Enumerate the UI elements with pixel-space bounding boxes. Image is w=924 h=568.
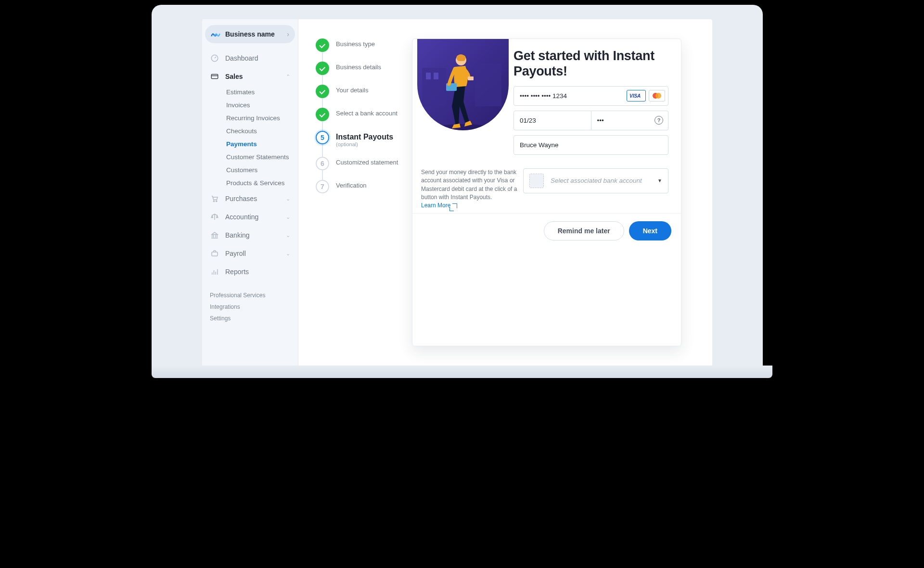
help-icon[interactable]: ? xyxy=(654,116,663,125)
sidebar-item-banking[interactable]: Banking ⌄ xyxy=(205,226,295,244)
svg-rect-4 xyxy=(212,252,218,256)
sidebar-item-products-services[interactable]: Products & Services xyxy=(226,177,295,189)
sidebar-item-estimates[interactable]: Estimates xyxy=(226,86,295,99)
onboarding-steps: Business type Business details Your deta… xyxy=(316,38,412,346)
bank-select-placeholder: Select associated bank account xyxy=(551,177,657,184)
chevron-up-icon: ⌃ xyxy=(286,74,290,80)
step-customized-statement[interactable]: 6Customized statement xyxy=(316,157,412,180)
sidebar: Business name › Dashboard Sales ⌃ Estima… xyxy=(202,19,298,366)
svg-rect-9 xyxy=(434,73,438,79)
business-switcher[interactable]: Business name › xyxy=(205,25,295,43)
sidebar-item-purchases[interactable]: Purchases ⌄ xyxy=(205,189,295,208)
bank-icon xyxy=(210,230,219,240)
illustration-person-walking xyxy=(417,39,509,130)
external-link-icon xyxy=(452,203,457,208)
card-number-value: •••• •••• •••• 1234 xyxy=(514,87,624,105)
step-your-details[interactable]: Your details xyxy=(316,85,412,108)
next-button[interactable]: Next xyxy=(629,221,671,240)
sidebar-item-invoices[interactable]: Invoices xyxy=(226,99,295,112)
sidebar-item-sales[interactable]: Sales ⌃ xyxy=(205,67,295,86)
card-description: Send your money directly to the bank acc… xyxy=(421,168,517,202)
cardholder-name-field[interactable]: Bruce Wayne xyxy=(513,135,668,155)
svg-rect-1 xyxy=(211,75,218,79)
main-content: Business type Business details Your deta… xyxy=(298,19,712,366)
cvc-value: ••• xyxy=(591,111,655,130)
wave-logo-icon xyxy=(211,29,220,39)
svg-point-2 xyxy=(213,201,214,202)
chevron-down-icon: ⌄ xyxy=(286,251,290,257)
step-verification[interactable]: 7Verification xyxy=(316,180,412,203)
cardholder-name-value: Bruce Wayne xyxy=(514,136,668,154)
sidebar-item-reports[interactable]: Reports xyxy=(205,263,295,281)
check-icon xyxy=(316,38,329,52)
chevron-down-icon: ⌄ xyxy=(286,232,290,239)
sales-submenu: Estimates Invoices Recurring Invoices Ch… xyxy=(205,86,295,189)
step-business-details[interactable]: Business details xyxy=(316,62,412,85)
sidebar-item-customer-statements[interactable]: Customer Statements xyxy=(226,151,295,164)
svg-point-3 xyxy=(216,201,217,202)
step-number-icon: 5 xyxy=(316,131,329,144)
briefcase-icon xyxy=(210,249,219,258)
remind-later-button[interactable]: Remind me later xyxy=(544,221,624,240)
sidebar-link-integrations[interactable]: Integrations xyxy=(210,301,290,313)
check-icon xyxy=(316,85,329,98)
mastercard-icon xyxy=(649,90,665,101)
bank-thumbnail-placeholder-icon xyxy=(529,174,544,188)
scale-icon xyxy=(210,212,219,222)
svg-rect-8 xyxy=(426,73,431,79)
card-icon xyxy=(210,72,219,81)
visa-icon: VISA xyxy=(627,90,646,101)
sidebar-bottom-links: Professional Services Integrations Setti… xyxy=(205,286,295,328)
step-business-type[interactable]: Business type xyxy=(316,38,412,62)
bank-account-select[interactable]: Select associated bank account ▼ xyxy=(523,168,668,193)
caret-down-icon: ▼ xyxy=(657,178,662,183)
expiry-field[interactable]: 01/23 xyxy=(513,111,591,130)
sidebar-link-professional-services[interactable]: Professional Services xyxy=(210,290,290,301)
sidebar-item-payroll[interactable]: Payroll ⌄ xyxy=(205,244,295,263)
sidebar-item-accounting[interactable]: Accounting ⌄ xyxy=(205,208,295,226)
step-number-icon: 6 xyxy=(316,157,329,170)
sidebar-item-payments[interactable]: Payments xyxy=(226,138,295,151)
svg-point-16 xyxy=(655,93,661,99)
step-number-icon: 7 xyxy=(316,180,329,193)
business-name: Business name xyxy=(225,30,287,38)
card-heading: Get started with Instant Payouts! xyxy=(513,49,668,79)
instant-payouts-card: Get started with Instant Payouts! •••• •… xyxy=(412,38,681,346)
cart-icon xyxy=(210,194,219,203)
check-icon xyxy=(316,62,329,75)
sidebar-item-dashboard[interactable]: Dashboard xyxy=(205,49,295,67)
cvc-field[interactable]: •••? xyxy=(591,111,669,130)
sidebar-item-checkouts[interactable]: Checkouts xyxy=(226,125,295,138)
sidebar-item-recurring-invoices[interactable]: Recurring Invoices xyxy=(226,112,295,125)
chevron-right-icon: › xyxy=(287,30,289,38)
expiry-value: 01/23 xyxy=(514,111,591,130)
step-instant-payouts[interactable]: 5Instant Payouts(optional) xyxy=(316,131,412,157)
bar-chart-icon xyxy=(210,267,219,277)
svg-text:VISA: VISA xyxy=(629,93,641,98)
sidebar-link-settings[interactable]: Settings xyxy=(210,313,290,324)
chevron-down-icon: ⌄ xyxy=(286,214,290,220)
card-number-field[interactable]: •••• •••• •••• 1234 VISA xyxy=(513,86,668,106)
gauge-icon xyxy=(210,53,219,63)
svg-rect-13 xyxy=(468,76,474,80)
chevron-down-icon: ⌄ xyxy=(286,196,290,202)
check-icon xyxy=(316,108,329,121)
learn-more-link[interactable]: Learn More xyxy=(421,202,457,210)
sidebar-item-customers[interactable]: Customers xyxy=(226,164,295,177)
step-select-bank[interactable]: Select a bank account xyxy=(316,108,412,131)
svg-rect-7 xyxy=(475,63,501,106)
